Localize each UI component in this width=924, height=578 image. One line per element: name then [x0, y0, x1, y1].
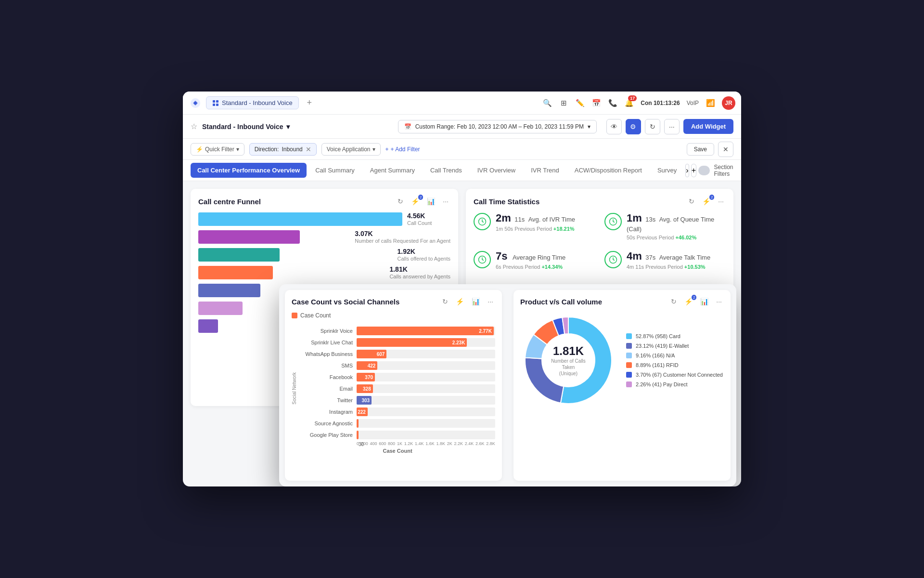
call-time-header: Call Time Statistics ↻ ⚡ 2 ···: [474, 197, 726, 206]
quick-filter-label: Quick Filter: [205, 146, 234, 153]
y-axis-label: Social Network: [292, 372, 297, 405]
donut-chart-type-btn[interactable]: 📊: [698, 297, 710, 306]
donut-legend-item: 8.89% (161) RFID: [626, 362, 723, 368]
stat-change: +46.02%: [676, 235, 697, 240]
social-legend: Case Count: [292, 312, 495, 319]
x-axis-title: Case Count: [300, 448, 495, 454]
social-bar-label: Sprinklr Live Chat: [300, 340, 353, 345]
tab-ivr-overview[interactable]: IVR Overview: [471, 163, 522, 178]
stat-value-line: 2m 11s Avg. of IVR Time: [496, 212, 575, 224]
funnel-bar-desc: Number of calls Requested For an Agent: [355, 238, 450, 244]
add-filter-button[interactable]: + + Add Filter: [385, 146, 420, 153]
save-button[interactable]: Save: [687, 143, 714, 156]
social-more-btn[interactable]: ···: [486, 297, 495, 306]
funnel-bar-desc: Calls offered to Agents: [398, 256, 450, 262]
funnel-bar-value: 3.07K: [355, 230, 450, 237]
more-button[interactable]: ···: [664, 119, 680, 134]
funnel-actions: ↻ ⚡ 2 📊 ···: [396, 197, 450, 206]
stat-value: 7s: [496, 250, 507, 262]
refresh-button[interactable]: ↻: [645, 119, 660, 134]
funnel-filter-badge: 2: [418, 195, 423, 200]
donut-more-btn[interactable]: ···: [714, 297, 724, 306]
funnel-bar-value: 1.92K: [398, 248, 450, 255]
tab-acw-disposition[interactable]: ACW/Disposition Report: [568, 163, 649, 178]
stat-icon-wrap: [474, 213, 491, 230]
stat-change: +18.21%: [553, 226, 575, 232]
add-widget-button[interactable]: Add Widget: [683, 119, 733, 134]
legend-case-count-label: Case Count: [300, 312, 331, 319]
tab-call-trends[interactable]: Call Trends: [424, 163, 469, 178]
funnel-bar-row: 1.92K Calls offered to Agents: [198, 248, 450, 262]
tab-call-summary[interactable]: Call Summary: [308, 163, 361, 178]
add-tab-section-button[interactable]: +: [691, 164, 696, 177]
tab-survey[interactable]: Survey: [651, 163, 683, 178]
donut-chart-svg-wrap: 1.81K Number of Calls Taken(Unique): [520, 312, 616, 408]
funnel-bar-row: 1.81K Calls answered by Agents: [198, 265, 450, 279]
eye-button[interactable]: 👁: [606, 119, 622, 134]
phone-icon[interactable]: 📞: [608, 98, 617, 108]
add-tab-button[interactable]: +: [303, 96, 316, 110]
svg-rect-2: [213, 100, 215, 103]
filter-button[interactable]: ⚙: [626, 119, 641, 134]
funnel-more-btn[interactable]: ···: [441, 197, 450, 206]
edit-icon[interactable]: ✏️: [575, 98, 585, 108]
tabs-bar: Call Center Performance Overview Call Su…: [183, 160, 741, 181]
ct-more-btn[interactable]: ···: [716, 197, 726, 206]
social-bar-value: 422: [368, 363, 376, 368]
section-filters-switch[interactable]: [698, 166, 710, 175]
tabs-more-button[interactable]: ›: [685, 164, 689, 177]
app-window: Standard - Inbound Voice + 🔍 ⊞ ✏️ 📅 📞 🔔 …: [183, 92, 741, 486]
grid-icon[interactable]: ⊞: [559, 98, 568, 108]
search-icon[interactable]: 🔍: [542, 98, 552, 108]
funnel-bar-label: 4.56K Call Count: [407, 212, 450, 226]
funnel-chart-type-btn[interactable]: 📊: [425, 197, 437, 206]
donut-legend-item: 9.16% (166) N/A: [626, 353, 723, 358]
social-bar-track: 370: [357, 373, 495, 381]
active-tab[interactable]: Standard - Inbound Voice: [206, 96, 299, 109]
avatar[interactable]: JR: [722, 96, 735, 110]
funnel-filter-btn[interactable]: ⚡ 2: [409, 197, 421, 206]
funnel-bar-desc: Calls answered by Agents: [389, 274, 450, 279]
direction-label: Direction:: [255, 146, 279, 153]
chip-close-icon[interactable]: ✕: [306, 145, 311, 153]
social-header: Case Count vs Social Channels ↻ ⚡ 📊 ···: [292, 297, 495, 306]
signal-icon: 📶: [706, 98, 715, 108]
social-bar-fill: 370: [357, 373, 375, 381]
social-bar-label: Instagram: [300, 409, 353, 415]
donut-legend-item: 2.26% (41) Pay Direct: [626, 381, 723, 387]
funnel-bar-value: 1.81K: [389, 265, 450, 273]
quick-filter-button[interactable]: ⚡ Quick Filter ▾: [191, 143, 244, 156]
calendar-icon[interactable]: 📅: [591, 98, 601, 108]
stat-prev: 4m 11s Previous Period +10.53%: [627, 264, 710, 270]
legend-item-label: 8.89% (161) RFID: [636, 362, 679, 368]
donut-filter-btn[interactable]: ⚡ 2: [682, 297, 694, 306]
social-filter-btn[interactable]: ⚡: [454, 297, 466, 306]
funnel-refresh-btn[interactable]: ↻: [396, 197, 405, 206]
call-time-actions: ↻ ⚡ 2 ···: [687, 197, 726, 206]
ct-filter-btn[interactable]: ⚡ 2: [700, 197, 712, 206]
tab-ivr-trend[interactable]: IVR Trend: [524, 163, 566, 178]
date-range-button[interactable]: 📅 Custom Range: Feb 10, 2023 12:00 AM – …: [398, 120, 597, 133]
social-bar-value: 2.77K: [479, 328, 492, 334]
legend-color-dot: [626, 372, 632, 378]
social-refresh-btn[interactable]: ↻: [440, 297, 450, 306]
stat-value: 2m: [496, 212, 511, 224]
direction-value: Inbound: [282, 146, 302, 153]
tab-agent-summary[interactable]: Agent Summary: [363, 163, 422, 178]
funnel-widget-header: Call centre Funnel ↻ ⚡ 2 📊 ···: [198, 197, 450, 206]
voice-application-button[interactable]: Voice Application ▾: [321, 143, 381, 156]
stat-value-line: 7s Average Ring Time: [496, 250, 565, 263]
dashboard-title-button[interactable]: Standard - Inbound Voice ▾: [202, 123, 290, 131]
funnel-bar-label: 1.92K Calls offered to Agents: [398, 248, 450, 262]
social-bar-track: 328: [357, 384, 495, 393]
donut-refresh-btn[interactable]: ↻: [669, 297, 679, 306]
ct-refresh-btn[interactable]: ↻: [687, 197, 696, 206]
close-filter-button[interactable]: ✕: [718, 142, 733, 157]
social-bar-label: WhatsApp Business: [300, 351, 353, 357]
voice-app-label: Voice Application: [327, 146, 371, 153]
tab-call-center-performance[interactable]: Call Center Performance Overview: [191, 163, 307, 178]
favorite-icon[interactable]: ☆: [191, 122, 197, 131]
social-bar-label: SMS: [300, 363, 353, 368]
social-bar-label: Sprinklr Voice: [300, 328, 353, 334]
social-chart-type-btn[interactable]: 📊: [470, 297, 482, 306]
